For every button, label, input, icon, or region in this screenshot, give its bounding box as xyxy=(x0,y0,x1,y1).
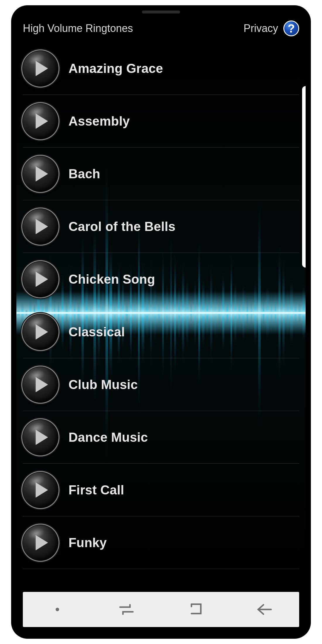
ringtone-label: Assembly xyxy=(68,114,130,129)
play-icon[interactable] xyxy=(23,525,58,560)
help-icon[interactable]: ? xyxy=(283,20,299,36)
play-icon[interactable] xyxy=(23,262,58,297)
ringtone-label: Classical xyxy=(68,325,125,339)
list-item[interactable]: Carol of the Bells xyxy=(23,200,299,253)
list-item[interactable]: Classical xyxy=(23,306,299,358)
header-actions: Privacy ? xyxy=(244,20,299,36)
scrollbar-thumb[interactable] xyxy=(302,86,306,268)
ringtone-label: Chicken Song xyxy=(68,272,155,287)
list-item[interactable]: Dance Music xyxy=(23,411,299,464)
app-screen: High Volume Ringtones Privacy ? xyxy=(16,11,306,633)
ringtone-label: Carol of the Bells xyxy=(68,219,175,234)
list-item[interactable]: Chicken Song xyxy=(23,253,299,306)
privacy-link[interactable]: Privacy xyxy=(244,22,278,35)
play-icon[interactable] xyxy=(23,104,58,139)
app-header: High Volume Ringtones Privacy ? xyxy=(16,11,306,42)
phone-speaker xyxy=(142,11,180,13)
list-item[interactable]: Amazing Grace xyxy=(23,42,299,95)
content-area: Amazing GraceAssemblyBachCarol of the Be… xyxy=(16,42,306,633)
ringtone-label: Bach xyxy=(68,167,100,181)
play-icon[interactable] xyxy=(23,314,58,350)
ringtone-label: Club Music xyxy=(68,377,138,392)
list-item[interactable]: Club Music xyxy=(23,358,299,411)
play-icon[interactable] xyxy=(23,156,58,191)
nav-recents-icon[interactable] xyxy=(116,599,137,620)
play-icon[interactable] xyxy=(23,420,58,455)
nav-home-icon[interactable] xyxy=(185,599,206,620)
list-item[interactable]: Funky xyxy=(23,516,299,569)
play-icon[interactable] xyxy=(23,367,58,402)
play-icon[interactable] xyxy=(23,209,58,244)
app-title: High Volume Ringtones xyxy=(23,22,133,35)
list-item[interactable]: First Call xyxy=(23,464,299,516)
play-icon[interactable] xyxy=(23,51,58,86)
phone-frame: High Volume Ringtones Privacy ? xyxy=(12,6,310,638)
ringtone-list[interactable]: Amazing GraceAssemblyBachCarol of the Be… xyxy=(16,42,306,569)
nav-assistant-icon[interactable] xyxy=(47,599,68,620)
ringtone-label: Funky xyxy=(68,535,107,550)
play-icon[interactable] xyxy=(23,472,58,508)
system-navbar xyxy=(23,592,299,627)
ringtone-label: Dance Music xyxy=(68,430,148,445)
list-item[interactable]: Bach xyxy=(23,148,299,200)
nav-back-icon[interactable] xyxy=(254,599,275,620)
ringtone-label: Amazing Grace xyxy=(68,61,163,76)
list-item[interactable]: Assembly xyxy=(23,95,299,148)
ringtone-label: First Call xyxy=(68,483,124,497)
